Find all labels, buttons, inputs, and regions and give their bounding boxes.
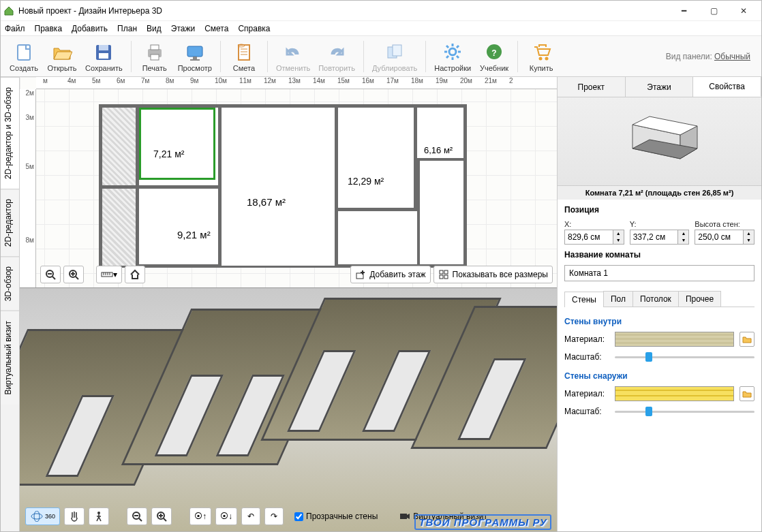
stab-walls[interactable]: Стены: [564, 292, 604, 307]
minimize-button[interactable]: ━: [669, 1, 699, 20]
svg-text:?: ?: [491, 48, 496, 58]
scale-in-slider[interactable]: [615, 352, 755, 362]
open-icon: [51, 41, 73, 63]
panel-mode-link[interactable]: Обычный: [714, 52, 750, 61]
rtab-floors[interactable]: Этажи: [626, 77, 694, 97]
material-out-browse[interactable]: [740, 386, 755, 401]
svg-rect-2: [99, 45, 108, 50]
material-in-label: Материал:: [564, 334, 609, 344]
svg-rect-5: [151, 45, 159, 50]
toolbar-preview[interactable]: Просмотр: [174, 40, 216, 74]
zoom-out-3d[interactable]: [127, 507, 147, 525]
toolbar-create[interactable]: Создать: [5, 40, 43, 74]
camera-icon: [399, 512, 410, 520]
svg-line-28: [52, 277, 55, 279]
rtab-props[interactable]: Свойства: [693, 77, 761, 97]
toolbar-est[interactable]: Смета: [225, 40, 263, 74]
stab-other[interactable]: Прочее: [678, 291, 721, 307]
floor-plan[interactable]: 7,21 м² 18,67 м² 12,29 м² 9,21 м² 6,16 м…: [99, 104, 467, 268]
nav-left[interactable]: ↶: [241, 507, 260, 525]
home-button[interactable]: [125, 266, 145, 283]
svg-rect-34: [102, 272, 112, 277]
zoom-in-button[interactable]: [63, 266, 84, 283]
material-in-browse[interactable]: [740, 332, 755, 347]
scale-in-label: Масштаб:: [564, 352, 609, 362]
walk-button[interactable]: [89, 507, 109, 525]
room2-area: 18,67 м²: [247, 196, 286, 208]
toolbar-manual[interactable]: ?Учебник: [475, 40, 513, 74]
scale-out-slider[interactable]: [615, 407, 755, 416]
tab-virtual[interactable]: Виртуальный визит: [1, 311, 19, 405]
nav-right[interactable]: ↷: [264, 507, 284, 525]
menu-file[interactable]: Файл: [5, 24, 25, 33]
toolbar-settings[interactable]: Настройки: [430, 40, 475, 74]
measure-button[interactable]: ▾: [96, 266, 122, 283]
orbit-button[interactable]: 360: [25, 507, 60, 525]
room-dining[interactable]: [102, 185, 218, 266]
pan-button[interactable]: [64, 507, 85, 525]
panel-2d[interactable]: м4м5м6м7м8м9м10м11м12м13м14м15м16м17м18м…: [20, 77, 557, 288]
svg-line-22: [446, 56, 448, 58]
ruler-vertical: 2м3м5м8м: [20, 89, 36, 287]
transparent-walls-check[interactable]: Прозрачные стены: [294, 512, 378, 521]
zoom-out-button[interactable]: [40, 266, 61, 283]
preview-icon: [184, 41, 206, 63]
menu-add[interactable]: Добавить: [72, 24, 108, 33]
menu-floors[interactable]: Этажи: [171, 24, 195, 33]
menu-view[interactable]: Вид: [147, 24, 162, 33]
svg-rect-9: [190, 59, 200, 61]
show-dimensions-button[interactable]: Показывать все размеры: [433, 266, 553, 283]
room-living[interactable]: [218, 108, 338, 266]
stab-ceiling[interactable]: Потолок: [633, 291, 679, 307]
room-bed[interactable]: [338, 108, 417, 211]
right-panel: Проект Этажи Свойства Комната 7,21 м² (п…: [557, 77, 761, 531]
toolbar-buy[interactable]: Купить: [522, 40, 560, 74]
room-name-input[interactable]: [564, 265, 755, 281]
tab-3d[interactable]: 3D-обзор: [1, 256, 19, 311]
material-in-swatch[interactable]: [615, 332, 734, 347]
y-label: Y:: [630, 220, 690, 228]
menu-est[interactable]: Смета: [204, 24, 228, 33]
titlebar: Новый проект - Дизайн Интерьера 3D ━ ▢ ✕: [1, 1, 761, 21]
h-label: Высота стен:: [695, 220, 755, 228]
tab-2d[interactable]: 2D-редактор: [1, 189, 19, 256]
menu-help[interactable]: Справка: [238, 24, 270, 33]
tab-2d3d[interactable]: 2D-редактор и 3D-обзор: [1, 77, 19, 189]
scale-out-label: Масштаб:: [564, 407, 609, 416]
svg-point-14: [449, 48, 456, 55]
toolbar-print[interactable]: Печать: [136, 40, 174, 74]
app-icon: [3, 5, 14, 16]
rtab-project[interactable]: Проект: [558, 77, 626, 97]
toolbar-save[interactable]: Сохранить: [81, 40, 127, 74]
y-input[interactable]: ▲▼: [630, 230, 690, 245]
redo-icon: [326, 41, 348, 63]
room-selected[interactable]: [139, 108, 215, 180]
material-out-swatch[interactable]: [615, 386, 734, 401]
hallway[interactable]: [417, 161, 463, 266]
svg-point-45: [34, 511, 40, 522]
svg-line-48: [139, 518, 142, 521]
svg-line-20: [457, 56, 459, 58]
stab-floor[interactable]: Пол: [603, 291, 633, 307]
svg-rect-13: [393, 45, 401, 56]
svg-rect-8: [193, 57, 197, 59]
controls-2d: ▾ Добавить этаж Показывать все размеры: [40, 264, 553, 285]
svg-line-19: [446, 46, 448, 48]
h-input[interactable]: ▲▼: [695, 230, 755, 245]
menu-plan[interactable]: План: [117, 24, 137, 33]
add-floor-button[interactable]: Добавить этаж: [350, 266, 430, 283]
panel-3d[interactable]: 360 ⦿↑ ⦿↓ ↶ ↷ Прозрачные стены Виртуальн…: [20, 288, 557, 531]
x-input[interactable]: ▲▼: [564, 230, 624, 245]
close-button[interactable]: ✕: [729, 1, 759, 20]
zoom-in-3d[interactable]: [151, 507, 172, 525]
svg-rect-41: [444, 270, 448, 274]
toolbar-dup: Дублировать: [368, 40, 421, 74]
material-out-label: Материал:: [564, 389, 609, 398]
maximize-button[interactable]: ▢: [699, 1, 729, 20]
nav-down[interactable]: ⦿↓: [215, 507, 237, 525]
nav-up[interactable]: ⦿↑: [189, 507, 211, 525]
ruler-horizontal: м4м5м6м7м8м9м10м11м12м13м14м15м16м17м18м…: [36, 77, 557, 89]
menu-edit[interactable]: Правка: [35, 24, 63, 33]
svg-rect-3: [99, 53, 108, 59]
toolbar-open[interactable]: Открыть: [43, 40, 81, 74]
